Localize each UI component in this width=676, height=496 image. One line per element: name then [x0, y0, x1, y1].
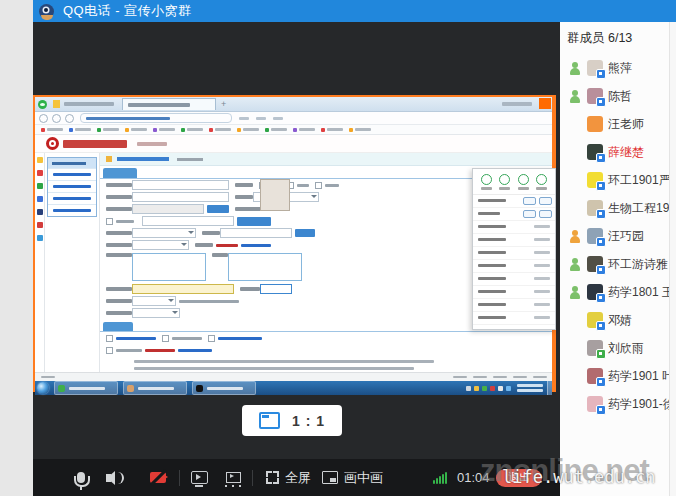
sidebar-scrollbar[interactable] — [669, 22, 676, 496]
qq-video-call-icon — [39, 4, 54, 19]
pip-button[interactable]: 画中画 — [322, 459, 383, 496]
site-logo-icon — [46, 137, 59, 150]
member-row[interactable]: 汪巧园 — [560, 222, 676, 250]
menu-quick-icon — [518, 174, 529, 190]
member-name: 刘欣雨 — [608, 340, 644, 357]
bookmark-item — [153, 128, 175, 132]
camera-off-button[interactable] — [150, 459, 166, 496]
avatar — [587, 256, 603, 272]
presenter-button[interactable] — [226, 459, 241, 496]
avatar — [587, 284, 603, 300]
bookmark-item — [181, 128, 203, 132]
site-subtitle-text — [137, 142, 167, 146]
fullscreen-label: 全屏 — [285, 469, 311, 487]
bookmark-item — [265, 128, 287, 132]
breadcrumb — [100, 153, 552, 166]
menu-item — [473, 247, 555, 260]
member-row[interactable]: 陈哲 — [560, 82, 676, 110]
status-badge-icon — [596, 181, 606, 191]
member-row[interactable]: 刘欣雨 — [560, 334, 676, 362]
pip-icon — [322, 471, 338, 484]
member-name: 熊萍 — [608, 60, 632, 77]
member-row[interactable]: 汪老师 — [560, 110, 676, 138]
call-control-bar: 全屏 画中画 01:04 退出 — [33, 459, 560, 496]
browser-status-bar — [35, 372, 552, 381]
member-name: 陈哲 — [608, 88, 632, 105]
member-name: 汪巧园 — [608, 228, 644, 245]
tab-favicon — [53, 100, 60, 108]
menu-item — [473, 312, 555, 325]
member-row[interactable]: 环工1901严 — [560, 166, 676, 194]
avatar — [587, 144, 603, 160]
avatar — [587, 312, 603, 328]
microphone-icon — [77, 472, 85, 483]
screen-share-button[interactable] — [191, 459, 208, 496]
member-name: 药学1801 王 — [608, 284, 674, 301]
menu-quick-icon — [499, 174, 510, 190]
status-badge-icon — [596, 153, 606, 163]
camera-off-icon — [150, 472, 166, 483]
speaker-icon — [106, 474, 111, 482]
status-badge-icon — [596, 349, 606, 359]
avatar — [587, 200, 603, 216]
site-name-text — [63, 140, 127, 148]
menu-link — [48, 204, 96, 216]
member-sidebar: 群成员 6/13 熊萍 陈哲 汪老师 薛继楚 环工1901严 — [560, 22, 676, 496]
member-row[interactable]: 药学1801 王 — [560, 278, 676, 306]
screen-share-icon — [191, 471, 208, 484]
call-main-area: + — [33, 22, 560, 496]
taskbar-app-2 — [123, 381, 187, 395]
exit-call: 退出 — [496, 459, 542, 496]
member-row[interactable]: 薛继楚 — [560, 138, 676, 166]
status-badge-icon — [596, 69, 606, 79]
member-row[interactable]: 生物工程190 — [560, 194, 676, 222]
nav-extra-icon — [256, 117, 266, 120]
menu-header — [48, 158, 96, 168]
avatar — [587, 88, 603, 104]
menu-item — [473, 221, 555, 234]
status-badge-icon — [596, 293, 606, 303]
member-name: 薛继楚 — [608, 144, 644, 161]
fullscreen-icon — [266, 471, 279, 484]
exit-button[interactable]: 退出 — [496, 469, 542, 487]
start-button-icon — [37, 382, 49, 394]
member-name: 汪老师 — [608, 116, 644, 133]
taskbar-app-1 — [54, 381, 118, 395]
member-row[interactable]: 药学1901 叶 — [560, 362, 676, 390]
member-name: 生物工程190 — [608, 200, 676, 217]
menu-item — [473, 260, 555, 273]
nav-extra-icon — [273, 117, 283, 120]
menu-quick-icon — [536, 174, 547, 190]
bookmark-item — [41, 128, 63, 132]
browser-side-icon-strip — [35, 153, 45, 372]
call-duration: 01:04 — [457, 459, 490, 496]
desktop-background-strip — [0, 0, 34, 496]
windows-taskbar — [35, 381, 552, 395]
taskbar-app-3 — [192, 381, 256, 395]
nav-button-icon — [39, 114, 48, 123]
menu-link — [48, 192, 96, 204]
fullscreen-button[interactable]: 全屏 — [266, 459, 311, 496]
status-badge-icon — [596, 405, 606, 415]
system-tray — [463, 381, 552, 395]
status-badge-icon — [596, 209, 606, 219]
member-row[interactable]: 环工游诗雅 — [560, 250, 676, 278]
member-row[interactable]: 邓婧 — [560, 306, 676, 334]
browser-tab-active — [122, 98, 216, 110]
aspect-ratio-icon — [259, 412, 280, 429]
site-header-banner — [35, 135, 552, 153]
menu-item — [473, 299, 555, 312]
ratio-1-1-button[interactable]: 1 : 1 — [242, 405, 342, 436]
status-badge-icon — [596, 97, 606, 107]
titlebar[interactable]: QQ电话 - 宣传小窝群 — [33, 0, 676, 22]
microphone-button[interactable] — [77, 459, 85, 496]
member-row[interactable]: 药学1901-徐 — [560, 390, 676, 418]
nav-button-icon — [52, 114, 61, 123]
new-tab-icon: + — [221, 101, 228, 108]
avatar — [587, 60, 603, 76]
bookmarks-bar — [35, 125, 552, 135]
control-divider — [252, 459, 253, 496]
member-row[interactable]: 熊萍 — [560, 54, 676, 82]
close-button-highlight — [539, 98, 551, 109]
speaker-button[interactable] — [106, 459, 121, 496]
